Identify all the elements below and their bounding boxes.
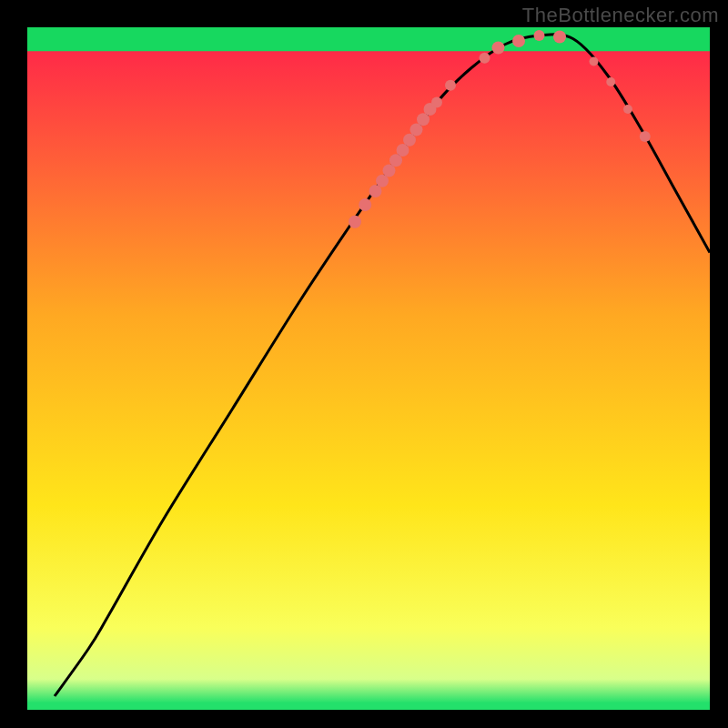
bottleneck-chart: [0, 0, 728, 728]
gradient-background: [27, 27, 710, 710]
data-marker: [431, 97, 442, 108]
data-marker: [590, 57, 599, 66]
data-marker: [445, 80, 456, 91]
data-marker: [606, 77, 615, 86]
data-marker: [349, 216, 361, 228]
data-marker: [534, 30, 545, 41]
data-marker: [512, 35, 525, 47]
data-marker: [359, 198, 371, 211]
data-marker: [480, 53, 490, 64]
optimal-band: [27, 27, 710, 51]
data-marker: [492, 42, 505, 55]
data-marker: [623, 105, 632, 114]
attribution-text: TheBottlenecker.com: [522, 4, 719, 27]
data-marker: [553, 31, 566, 44]
data-marker: [640, 131, 651, 142]
